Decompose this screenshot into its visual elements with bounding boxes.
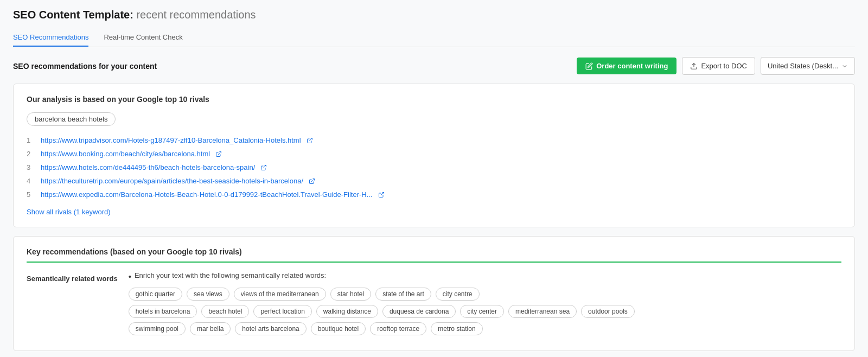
device-country-dropdown[interactable]: United States (Deskt...	[761, 57, 855, 75]
svg-line-4	[311, 178, 315, 182]
tag-beach-hotel: beach hotel	[201, 305, 249, 318]
rival-link-3[interactable]: https://www.hotels.com/de444495-th6/beac…	[41, 163, 255, 171]
tag-mediterranean-sea: mediterranean sea	[508, 305, 577, 318]
actions-row: Order content writing Export to DOC Unit…	[577, 57, 855, 75]
edit-icon	[585, 62, 593, 70]
tab-realtime-content-check[interactable]: Real-time Content Check	[104, 29, 182, 47]
page-wrapper: SEO Content Template: recent recommendat…	[0, 0, 868, 357]
sem-label: Semantically related words	[27, 271, 118, 283]
tag-metro-station: metro station	[431, 322, 482, 335]
tags-row-3: swimming pool mar bella hotel arts barce…	[129, 322, 841, 335]
rival-link-1[interactable]: https://www.tripadvisor.com/Hotels-g1874…	[41, 136, 301, 144]
external-link-icon-3	[260, 164, 267, 171]
tag-hotels-in-barcelona: hotels in barcelona	[129, 305, 197, 318]
analysis-card: Our analysis is based on your Google top…	[13, 84, 855, 227]
section-title: SEO recommendations for your content	[13, 62, 157, 71]
rival-item-3: 3 https://www.hotels.com/de444495-th6/be…	[27, 161, 841, 174]
rival-item-5: 5 https://www.expedia.com/Barcelona-Hote…	[27, 188, 841, 201]
tag-boutique-hotel: boutique hotel	[311, 322, 366, 335]
page-title-main: SEO Content Template:	[13, 9, 133, 21]
tag-state-of-the-art: state of the art	[375, 288, 431, 301]
tag-sea-views: sea views	[187, 288, 229, 301]
tag-duquesa-de-cardona: duquesa de cardona	[382, 305, 456, 318]
chevron-down-icon	[841, 63, 848, 69]
tag-hotel-arts-barcelona: hotel arts barcelona	[235, 322, 306, 335]
tag-swimming-pool: swimming pool	[129, 322, 186, 335]
page-title: SEO Content Template: recent recommendat…	[13, 9, 855, 21]
tab-seo-recommendations[interactable]: SEO Recommendations	[13, 29, 88, 47]
tabs-bar: SEO Recommendations Real-time Content Ch…	[13, 29, 855, 47]
analysis-card-heading: Our analysis is based on your Google top…	[27, 95, 841, 104]
key-recs-heading: Key recommendations (based on your Googl…	[27, 247, 841, 263]
tag-views-mediterranean: views of the mediterranean	[234, 288, 326, 301]
rival-link-4[interactable]: https://theculturetrip.com/europe/spain/…	[41, 177, 303, 185]
tag-mar-bella: mar bella	[190, 322, 231, 335]
tag-perfect-location: perfect location	[253, 305, 311, 318]
external-link-icon-2	[215, 151, 222, 157]
sem-content: Enrich your text with the following sema…	[129, 271, 841, 340]
svg-line-3	[263, 165, 266, 168]
svg-line-5	[381, 192, 384, 195]
order-content-writing-button[interactable]: Order content writing	[577, 58, 676, 74]
rival-item-1: 1 https://www.tripadvisor.com/Hotels-g18…	[27, 133, 841, 147]
tags-row-2: hotels in barcelona beach hotel perfect …	[129, 305, 841, 318]
svg-line-2	[218, 151, 221, 155]
external-link-icon-4	[309, 178, 315, 184]
upload-icon	[690, 62, 698, 70]
page-title-subtitle: recent recommendations	[136, 9, 256, 21]
rival-link-2[interactable]: https://www.booking.com/beach/city/es/ba…	[41, 150, 210, 158]
export-to-doc-button[interactable]: Export to DOC	[682, 57, 755, 75]
rival-item-4: 4 https://theculturetrip.com/europe/spai…	[27, 174, 841, 188]
section-header-row: SEO recommendations for your content Ord…	[13, 57, 855, 75]
rival-link-5[interactable]: https://www.expedia.com/Barcelona-Hotels…	[41, 190, 373, 199]
external-link-icon-5	[378, 192, 385, 198]
rival-item-2: 2 https://www.booking.com/beach/city/es/…	[27, 147, 841, 161]
tags-row-1: gothic quarter sea views views of the me…	[129, 288, 841, 301]
tag-star-hotel: star hotel	[330, 288, 371, 301]
sem-intro: Enrich your text with the following sema…	[129, 271, 841, 282]
tag-city-center: city center	[460, 305, 504, 318]
sem-row: Semantically related words Enrich your t…	[27, 271, 841, 340]
keyword-tag: barcelona beach hotels	[27, 112, 116, 126]
rivals-list: 1 https://www.tripadvisor.com/Hotels-g18…	[27, 133, 841, 201]
tag-rooftop-terrace: rooftop terrace	[370, 322, 426, 335]
external-link-icon-1	[307, 137, 313, 144]
svg-line-1	[309, 138, 312, 141]
dropdown-label: United States (Deskt...	[768, 62, 838, 70]
key-recs-card: Key recommendations (based on your Googl…	[13, 236, 855, 351]
tag-city-centre: city centre	[436, 288, 480, 301]
tag-gothic-quarter: gothic quarter	[129, 288, 182, 301]
tag-walking-distance: walking distance	[316, 305, 378, 318]
tag-outdoor-pools: outdoor pools	[581, 305, 635, 318]
show-all-rivals-link[interactable]: Show all rivals (1 keyword)	[27, 208, 111, 216]
